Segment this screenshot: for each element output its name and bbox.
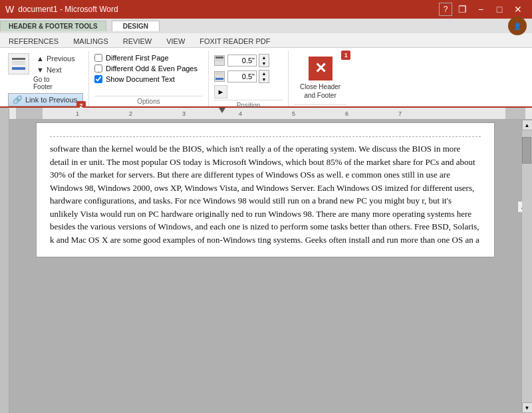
user-avatar: 👤 <box>508 17 527 35</box>
title-text: document1 - Microsoft Word <box>18 5 118 14</box>
design-tab[interactable]: DESIGN <box>112 21 160 31</box>
minimize-button[interactable]: − <box>472 3 489 16</box>
header-position-row: ▲ ▼ <box>214 53 269 68</box>
tab-references[interactable]: REFERENCES <box>1 34 66 47</box>
ribbon-group-options: Different First Page Different Odd & Eve… <box>89 51 209 106</box>
ribbon-tabs: REFERENCES MAILINGS REVIEW VIEW FOXIT RE… <box>0 33 532 48</box>
title-bar: W document1 - Microsoft Word ? ❐ − □ ✕ <box>0 0 532 19</box>
hf-tools-tab[interactable]: HEADER & FOOTER TOOLS <box>0 21 106 31</box>
scrollbar-left <box>0 120 9 413</box>
document-content: software than the kernel would be the BI… <box>9 120 521 413</box>
svg-rect-10 <box>215 78 223 80</box>
link-icon: 🔗 <box>13 95 23 104</box>
show-document-text-option[interactable]: Show Document Text <box>94 74 175 84</box>
different-first-page-option[interactable]: Different First Page <box>94 53 169 63</box>
footer-bottom-spinner: ▲ ▼ <box>259 70 269 83</box>
page: software than the kernel would be the BI… <box>36 122 495 257</box>
svg-rect-3 <box>12 64 25 65</box>
svg-rect-9 <box>215 74 223 74</box>
header-position-icon <box>214 55 225 66</box>
different-odd-even-option[interactable]: Different Odd & Even Pages <box>94 64 198 73</box>
tab-mailings[interactable]: MAILINGS <box>66 34 116 47</box>
tab-review[interactable]: REVIEW <box>116 34 159 47</box>
previous-icon: ▲ <box>37 55 44 63</box>
maximize-button[interactable]: □ <box>491 3 508 16</box>
footer-bottom-down[interactable]: ▼ <box>259 76 269 82</box>
scrollbar-right[interactable]: ▲ ▼ <box>521 120 532 413</box>
previous-button[interactable]: ▲ Previous <box>33 53 83 64</box>
nav-with-icon: ▲ Previous ▼ Next Go toFooter <box>8 53 83 90</box>
restore-button[interactable]: ❐ <box>454 3 471 16</box>
header-top-down[interactable]: ▼ <box>259 61 269 67</box>
scroll-track[interactable] <box>522 130 532 402</box>
svg-rect-2 <box>12 63 25 63</box>
scroll-down-button[interactable]: ▼ <box>522 402 533 413</box>
svg-rect-7 <box>215 61 223 61</box>
link-to-previous-button[interactable]: 🔗 Link to Previous <box>8 93 83 106</box>
svg-rect-5 <box>215 57 223 59</box>
insert-alignment-tab-button[interactable]: ► <box>214 85 227 98</box>
footer-position-row: ▲ ▼ <box>214 69 269 84</box>
header-top-spinner: ▲ ▼ <box>259 54 269 67</box>
svg-rect-6 <box>215 59 223 60</box>
document-text[interactable]: software than the kernel would be the BI… <box>50 142 481 246</box>
scroll-up-button[interactable]: ▲ <box>522 120 533 130</box>
ribbon-group-navigation: ▲ Previous ▼ Next Go toFooter 🔗 Link to … <box>3 51 89 106</box>
footer-position-icon <box>214 71 225 82</box>
next-icon: ▼ <box>37 66 44 74</box>
header-top-input[interactable] <box>227 55 257 67</box>
close-button[interactable]: ✕ <box>509 3 527 16</box>
close-content: ✕ Close Headerand Footer 1 <box>294 51 346 103</box>
nav-buttons: ▲ Previous ▼ Next Go toFooter <box>33 53 83 90</box>
options-content: Different First Page Different Odd & Eve… <box>94 51 203 94</box>
close-x-icon: ✕ <box>309 57 332 80</box>
go-to-footer-icon <box>8 53 29 74</box>
svg-rect-8 <box>215 72 223 73</box>
word-logo-icon: W <box>5 4 14 15</box>
ruler-main: 1 2 3 4 5 6 7 <box>9 108 532 120</box>
goto-header-label: Go toFooter <box>33 76 83 90</box>
footer-bottom-input[interactable] <box>227 70 257 82</box>
different-odd-even-checkbox[interactable] <box>94 65 102 72</box>
title-bar-left: W document1 - Microsoft Word <box>5 4 118 15</box>
document-area: software than the kernel would be the BI… <box>0 120 532 413</box>
close-header-footer-button[interactable]: ✕ Close Headerand Footer <box>294 53 346 103</box>
tools-header-area: HEADER & FOOTER TOOLS DESIGN 👤 <box>0 19 532 33</box>
close-button-label: Close Headerand Footer <box>300 82 340 100</box>
position-content: ▲ ▼ ▲ ▼ ► <box>214 51 283 98</box>
next-button[interactable]: ▼ Next <box>33 65 83 75</box>
footer-bottom-up[interactable]: ▲ <box>259 70 269 76</box>
tab-view[interactable]: VIEW <box>159 34 192 47</box>
ribbon: ▲ Previous ▼ Next Go toFooter 🔗 Link to … <box>0 48 532 108</box>
svg-rect-1 <box>12 61 25 62</box>
tab-foxit[interactable]: FOXIT READER PDF <box>192 34 277 47</box>
svg-rect-0 <box>12 58 25 60</box>
navigation-content: ▲ Previous ▼ Next Go toFooter 🔗 Link to … <box>8 51 83 106</box>
show-document-text-checkbox[interactable] <box>94 75 102 83</box>
options-group-label: Options <box>94 96 203 106</box>
help-button[interactable]: ? <box>439 3 452 16</box>
doc-paragraph: software than the kernel would be the BI… <box>50 142 481 246</box>
ribbon-group-close: ✕ Close Headerand Footer 1 Close <box>289 51 352 106</box>
ribbon-group-position: ▲ ▼ ▲ ▼ ► Position <box>209 51 289 106</box>
scroll-thumb[interactable] <box>522 137 531 164</box>
different-first-page-checkbox[interactable] <box>94 54 102 62</box>
title-bar-controls: ? ❐ − □ ✕ <box>439 3 527 16</box>
header-top-up[interactable]: ▲ <box>259 55 269 61</box>
svg-rect-4 <box>12 67 25 70</box>
header-divider <box>50 134 481 137</box>
ruler: 1 2 3 4 5 6 7 <box>0 108 532 120</box>
badge-1: 1 <box>341 51 350 60</box>
